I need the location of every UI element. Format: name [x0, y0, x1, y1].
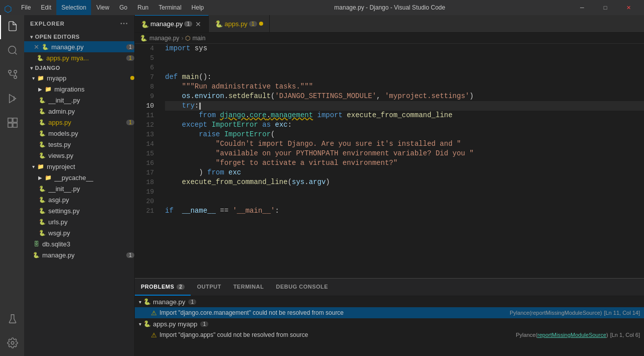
problem-source-link-2[interactable]: reportMissingModuleSource	[537, 332, 606, 338]
admin-icon: 🐍	[38, 107, 46, 115]
menu-help[interactable]: Help	[187, 0, 209, 15]
code-line-12: except ImportError as exc:	[165, 120, 644, 130]
proj-init-icon: 🐍	[38, 185, 46, 193]
open-editor-manage-py-name: manage.py	[51, 43, 124, 51]
file-proj-init[interactable]: 🐍 __init__.py	[24, 183, 134, 194]
activity-settings[interactable]	[0, 332, 24, 356]
file-tests[interactable]: 🐍 tests.py	[24, 139, 134, 150]
problem-group-manage: ▾ 🐍 manage.py 1 ⚠ Import "django.core.ma…	[135, 296, 644, 318]
folder-pycache[interactable]: ▶ 📁 __pycache__	[24, 172, 134, 183]
ln-13: 13	[135, 130, 154, 139]
svg-rect-8	[8, 118, 12, 122]
wsgi-name: wsgi.py	[48, 229, 134, 237]
migrations-name: migrations	[54, 85, 134, 93]
file-init[interactable]: 🐍 __init__.py	[24, 95, 134, 106]
ln-18: 18	[135, 177, 154, 187]
django-section[interactable]: ▾ DJANGO	[24, 63, 134, 72]
folder-migrations[interactable]: ▶ 📁 migrations	[24, 83, 134, 95]
close-manage-py-icon[interactable]: ✕	[32, 43, 40, 51]
menu-edit[interactable]: Edit	[36, 0, 56, 15]
problem-group-apps-header[interactable]: ▾ 🐍 apps.py myapp 1	[135, 318, 644, 329]
close-button[interactable]: ✕	[617, 0, 640, 15]
open-editor-apps-py[interactable]: 🐍 apps.py mya... 1	[24, 52, 134, 63]
code-line-18: execute_from_command_line(sys.argv)	[165, 177, 644, 187]
menu-terminal[interactable]: Terminal	[153, 0, 186, 15]
file-models[interactable]: 🐍 models.py	[24, 128, 134, 139]
file-wsgi[interactable]: 🐍 wsgi.py	[24, 227, 134, 238]
problem-manage-arrow: ▾	[139, 299, 141, 305]
tab-apps-py-label: apps.py	[224, 20, 248, 28]
menu-file[interactable]: File	[16, 0, 36, 15]
code-line-5	[165, 53, 644, 63]
wsgi-icon: 🐍	[38, 229, 46, 237]
activity-source-control[interactable]	[0, 63, 24, 87]
activity-extensions[interactable]	[0, 112, 24, 136]
menu-go[interactable]: Go	[114, 0, 132, 15]
main-container: EXPLORER ··· ▾ OPEN EDITORS ✕ 🐍 manage.p…	[0, 15, 644, 356]
panel-tab-problems[interactable]: PROBLEMS 2	[135, 279, 191, 296]
panel-tab-terminal[interactable]: TERMINAL	[227, 279, 270, 296]
file-settings[interactable]: 🐍 settings.py	[24, 205, 134, 216]
panel-tab-debug-console[interactable]: DEBUG CONSOLE	[270, 279, 334, 296]
problem-apps-filename: apps.py myapp	[153, 320, 197, 328]
python-file-icon: 🐍	[41, 43, 49, 51]
panel-tab-output[interactable]: OUTPUT	[191, 279, 227, 296]
tab-manage-py-badge: 1	[184, 21, 192, 27]
breadcrumb-symbol[interactable]: ⬡ main	[185, 35, 205, 42]
file-db[interactable]: 🗄 db.sqlite3	[24, 238, 134, 249]
settings-name: settings.py	[48, 207, 134, 215]
terminal-label: TERMINAL	[233, 284, 264, 290]
problem-group-manage-header[interactable]: ▾ 🐍 manage.py 1	[135, 296, 644, 307]
file-urls[interactable]: 🐍 urls.py	[24, 216, 134, 227]
problem-text-1: Import "django.core.management" could no…	[159, 309, 506, 316]
ln-5: 5	[135, 53, 154, 63]
folder-myproject[interactable]: ▾ 📁 myproject	[24, 161, 134, 172]
menu-run[interactable]: Run	[132, 0, 153, 15]
svg-point-3	[9, 70, 12, 73]
code-editor: 4 5 6 7 8 9 10 11 12 13 14 15 16 17 18 1…	[135, 44, 644, 278]
views-icon: 🐍	[38, 151, 46, 159]
maximize-button[interactable]: □	[594, 0, 617, 15]
open-editors-section[interactable]: ▾ OPEN EDITORS	[24, 32, 134, 41]
activity-search[interactable]	[0, 39, 24, 63]
activity-flask[interactable]	[0, 308, 24, 332]
views-name: views.py	[48, 152, 134, 159]
menu-view[interactable]: View	[91, 0, 114, 15]
ln-9: 9	[135, 92, 154, 101]
settings-file-icon: 🐍	[38, 207, 46, 215]
sidebar-more-button[interactable]: ···	[120, 19, 128, 28]
problem-group-apps: ▾ 🐍 apps.py myapp 1 ⚠ Import "django.app…	[135, 318, 644, 340]
editor-area: 🐍 manage.py 1 ✕ 🐍 apps.py 1 🐍 manage.py …	[135, 15, 644, 356]
file-views[interactable]: 🐍 views.py	[24, 150, 134, 161]
problem-apps-file-icon: 🐍	[143, 320, 151, 327]
ln-15: 15	[135, 149, 154, 158]
warn-icon-1: ⚠	[151, 309, 157, 317]
menu-selection[interactable]: Selection	[56, 0, 91, 15]
svg-point-12	[11, 341, 14, 344]
problem-item-manage-1[interactable]: ⚠ Import "django.core.management" could …	[135, 307, 644, 318]
django-label: DJANGO	[35, 65, 60, 71]
panel-content: ▾ 🐍 manage.py 1 ⚠ Import "django.core.ma…	[135, 296, 644, 356]
activity-run[interactable]	[0, 87, 24, 112]
minimize-button[interactable]: ─	[571, 0, 594, 15]
breadcrumb-file[interactable]: 🐍 manage.py	[140, 35, 179, 42]
debug-console-label: DEBUG CONSOLE	[276, 284, 328, 290]
file-admin[interactable]: 🐍 admin.py	[24, 106, 134, 117]
open-editor-manage-py[interactable]: ✕ 🐍 manage.py 1	[24, 41, 134, 52]
breadcrumb-symbol-name: main	[192, 35, 205, 42]
file-asgi[interactable]: 🐍 asgi.py	[24, 194, 134, 205]
code-content[interactable]: import sys def main(): """Run administra…	[160, 44, 644, 278]
tab-manage-py[interactable]: 🐍 manage.py 1 ✕	[135, 15, 209, 32]
tab-apps-py[interactable]: 🐍 apps.py 1	[209, 15, 270, 32]
file-manage-py[interactable]: 🐍 manage.py 1	[24, 249, 134, 260]
file-apps[interactable]: 🐍 apps.py 1	[24, 117, 134, 128]
ln-19: 19	[135, 187, 154, 197]
myapp-dot-badge	[130, 76, 134, 80]
svg-point-4	[14, 70, 17, 73]
activity-explorer[interactable]	[0, 15, 24, 39]
problem-item-apps-1[interactable]: ⚠ Import "django.apps" could not be reso…	[135, 329, 644, 340]
tab-manage-py-close[interactable]: ✕	[194, 20, 202, 28]
problem-manage-badge: 1	[188, 299, 196, 305]
run-icon	[7, 93, 18, 106]
folder-myapp[interactable]: ▾ 📁 myapp	[24, 72, 134, 83]
